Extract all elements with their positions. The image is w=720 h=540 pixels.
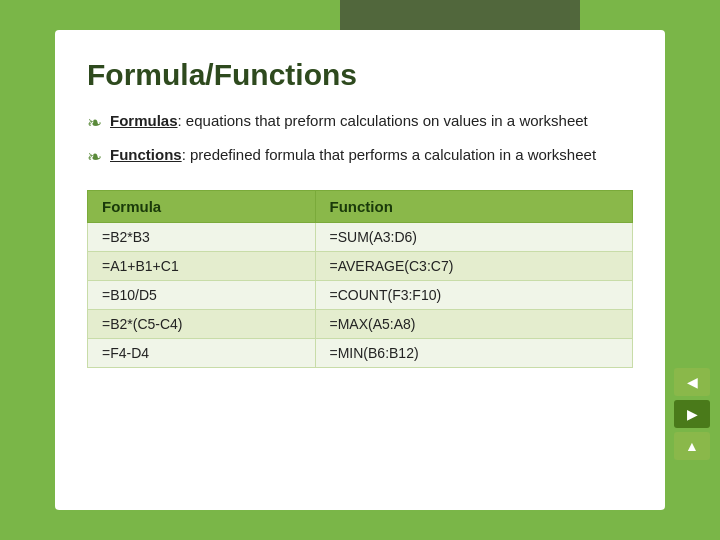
- bullet-text-functions: Functions: predefined formula that perfo…: [110, 144, 596, 165]
- bullet-item-formulas: ❧ Formulas: equations that preform calcu…: [87, 110, 633, 136]
- bullet-item-functions: ❧ Functions: predefined formula that per…: [87, 144, 633, 170]
- table-cell-r3-c1: =MAX(A5:A8): [315, 310, 632, 339]
- table-cell-r4-c1: =MIN(B6:B12): [315, 339, 632, 368]
- slide-content: Formula/Functions ❧ Formulas: equations …: [55, 30, 665, 510]
- table-row: =F4-D4=MIN(B6:B12): [88, 339, 633, 368]
- nav-back-button[interactable]: ◀: [674, 368, 710, 396]
- table-cell-r4-c0: =F4-D4: [88, 339, 316, 368]
- table-cell-r1-c0: =A1+B1+C1: [88, 252, 316, 281]
- table-cell-r3-c0: =B2*(C5-C4): [88, 310, 316, 339]
- nav-arrows: ◀ ▶ ▲: [674, 368, 710, 460]
- bullet-icon-functions: ❧: [87, 145, 102, 170]
- table-cell-r1-c1: =AVERAGE(C3:C7): [315, 252, 632, 281]
- table-row: =B2*(C5-C4)=MAX(A5:A8): [88, 310, 633, 339]
- col-header-formula: Formula: [88, 191, 316, 223]
- table-cell-r0-c1: =SUM(A3:D6): [315, 223, 632, 252]
- term-formulas: Formulas: [110, 112, 178, 129]
- table-cell-r2-c0: =B10/D5: [88, 281, 316, 310]
- table-header-row: Formula Function: [88, 191, 633, 223]
- bullet-icon-formulas: ❧: [87, 111, 102, 136]
- table-row: =A1+B1+C1=AVERAGE(C3:C7): [88, 252, 633, 281]
- col-header-function: Function: [315, 191, 632, 223]
- table-cell-r0-c0: =B2*B3: [88, 223, 316, 252]
- bullet-list: ❧ Formulas: equations that preform calcu…: [87, 110, 633, 170]
- table-row: =B10/D5=COUNT(F3:F10): [88, 281, 633, 310]
- formula-table: Formula Function =B2*B3=SUM(A3:D6)=A1+B1…: [87, 190, 633, 368]
- table-body: =B2*B3=SUM(A3:D6)=A1+B1+C1=AVERAGE(C3:C7…: [88, 223, 633, 368]
- nav-up-button[interactable]: ▲: [674, 432, 710, 460]
- table-row: =B2*B3=SUM(A3:D6): [88, 223, 633, 252]
- table-cell-r2-c1: =COUNT(F3:F10): [315, 281, 632, 310]
- term-functions: Functions: [110, 146, 182, 163]
- nav-forward-button[interactable]: ▶: [674, 400, 710, 428]
- bullet-text-formulas: Formulas: equations that preform calcula…: [110, 110, 588, 131]
- slide-title: Formula/Functions: [87, 58, 633, 92]
